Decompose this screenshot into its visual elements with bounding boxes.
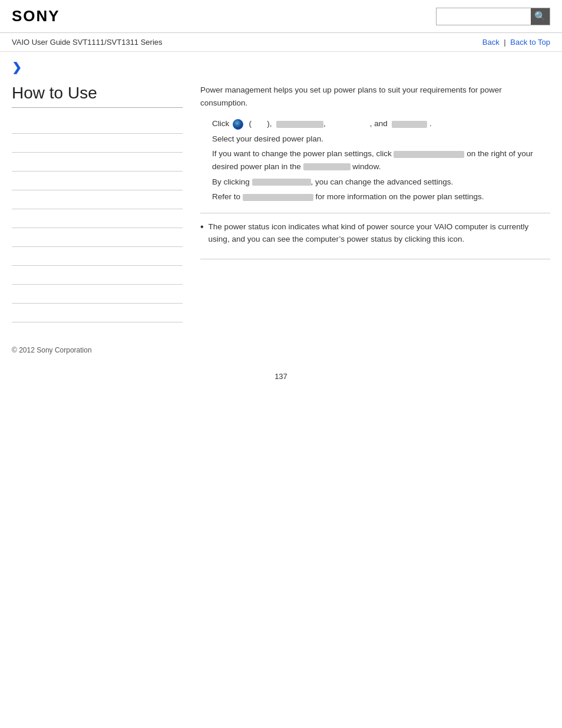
copyright-text: © 2012 Sony Corporation — [12, 346, 92, 354]
list-item[interactable] — [12, 190, 183, 209]
search-input[interactable] — [437, 8, 531, 25]
list-item[interactable] — [12, 228, 183, 247]
step4-prefix: By clicking , you can change the advance… — [212, 177, 453, 186]
list-item[interactable] — [12, 285, 183, 304]
footer: © 2012 Sony Corporation — [0, 334, 562, 360]
search-button[interactable]: 🔍 — [531, 8, 550, 25]
list-item[interactable] — [12, 266, 183, 285]
step1-suffix: ( ), , , and . — [247, 119, 432, 128]
breadcrumb-chevron-icon: ❯ — [12, 61, 22, 74]
list-item[interactable] — [12, 115, 183, 134]
breadcrumb-area: ❯ — [0, 52, 562, 78]
list-item[interactable] — [12, 209, 183, 228]
search-icon: 🔍 — [534, 11, 546, 22]
intro-paragraph: Power management helps you set up power … — [200, 84, 550, 109]
back-link[interactable]: Back — [482, 38, 500, 47]
list-item[interactable] — [12, 153, 183, 172]
main-content: How to Use Power management helps you se… — [0, 78, 562, 334]
bullet-section: • The power status icon indicates what k… — [200, 213, 550, 253]
list-item[interactable] — [12, 247, 183, 266]
step-5: Refer to for more information on the pow… — [212, 190, 550, 203]
list-item[interactable] — [12, 134, 183, 153]
step-3: If you want to change the power plan set… — [212, 147, 550, 173]
step2-text: Select your desired power plan. — [212, 134, 323, 143]
sidebar: How to Use — [12, 84, 183, 322]
page-number: 137 — [0, 360, 562, 393]
step-1: Click ( ), , , and . — [212, 117, 550, 130]
step5-prefix: Refer to for more information on the pow… — [212, 192, 484, 201]
step-4: By clicking , you can change the advance… — [212, 176, 550, 189]
nav-separator: | — [504, 38, 505, 47]
content-divider — [200, 259, 550, 259]
step3-prefix: If you want to change the power plan set… — [212, 149, 533, 171]
search-box: 🔍 — [436, 8, 550, 25]
sub-header: VAIO User Guide SVT1111/SVT1311 Series B… — [0, 33, 562, 52]
sony-logo: SONY — [12, 7, 60, 25]
back-to-top-link[interactable]: Back to Top — [510, 38, 550, 47]
step1-prefix: Click — [212, 119, 229, 128]
steps-container: Click ( ), , , and . Select your desired… — [212, 117, 550, 203]
sidebar-title: How to Use — [12, 84, 183, 108]
list-item[interactable] — [12, 304, 183, 322]
list-item[interactable] — [12, 172, 183, 190]
power-icon — [233, 119, 243, 130]
header: SONY 🔍 — [0, 0, 562, 33]
nav-links: Back | Back to Top — [482, 38, 550, 47]
bullet-text: The power status icon indicates what kin… — [209, 220, 550, 246]
bullet-item: • The power status icon indicates what k… — [200, 220, 550, 246]
step-2: Select your desired power plan. — [212, 133, 550, 146]
content-area: Power management helps you set up power … — [194, 84, 550, 322]
bullet-dot-icon: • — [200, 220, 204, 233]
guide-title: VAIO User Guide SVT1111/SVT1311 Series — [12, 38, 163, 47]
